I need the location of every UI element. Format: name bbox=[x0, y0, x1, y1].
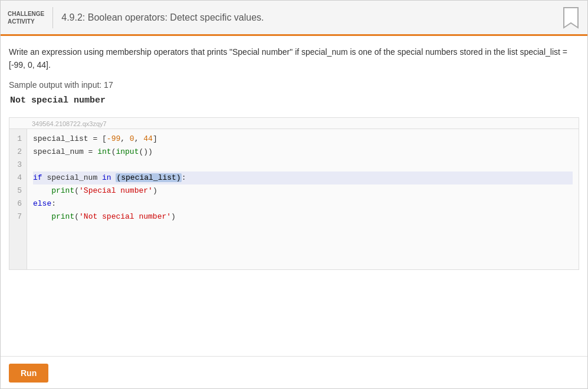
line-number: 3 bbox=[14, 159, 22, 172]
challenge-activity-label: CHALLENGE ACTIVITY bbox=[8, 10, 44, 25]
line-numbers: 1 2 3 4 5 6 7 bbox=[9, 129, 27, 269]
sample-output-label: Sample output with input: 17 bbox=[9, 80, 579, 90]
code-line-3 bbox=[33, 159, 573, 172]
code-line-7: print('Not special number') bbox=[33, 210, 573, 223]
main-content: Write an expression using membership ope… bbox=[1, 36, 587, 117]
code-lines[interactable]: special_list = [-99, 0, 44] special_num … bbox=[27, 129, 579, 269]
code-line-1: special_list = [-99, 0, 44] bbox=[33, 133, 573, 146]
line-number: 5 bbox=[14, 184, 22, 197]
header: CHALLENGE ACTIVITY 4.9.2: Boolean operat… bbox=[1, 1, 587, 36]
editor-wrapper: 349564.2108722.qx3zqy7 1 2 3 4 5 6 7 spe… bbox=[9, 117, 579, 270]
page-wrapper: CHALLENGE ACTIVITY 4.9.2: Boolean operat… bbox=[1, 1, 587, 389]
bookmark-icon[interactable] bbox=[561, 6, 580, 29]
line-number: 7 bbox=[14, 210, 22, 223]
code-line-6: else: bbox=[33, 197, 573, 210]
code-line-4: if special_num in (special_list): bbox=[33, 172, 573, 184]
description: Write an expression using membership ope… bbox=[9, 45, 579, 72]
line-number: 4 bbox=[14, 172, 22, 184]
bottom-bar: Run bbox=[1, 356, 587, 389]
code-line-5: print('Special number') bbox=[33, 184, 573, 197]
line-number: 1 bbox=[14, 133, 22, 146]
header-title: 4.9.2: Boolean operators: Detect specifi… bbox=[61, 12, 561, 23]
code-line-2: special_num = int(input()) bbox=[33, 146, 573, 159]
run-button[interactable]: Run bbox=[9, 364, 48, 383]
code-editor[interactable]: 1 2 3 4 5 6 7 special_list = [-99, 0, 44… bbox=[9, 128, 579, 270]
line-number: 2 bbox=[14, 146, 22, 159]
sample-output-code: Not special number bbox=[9, 95, 579, 106]
line-number: 6 bbox=[14, 197, 22, 210]
file-label: 349564.2108722.qx3zqy7 bbox=[9, 117, 579, 128]
header-divider bbox=[52, 7, 53, 28]
